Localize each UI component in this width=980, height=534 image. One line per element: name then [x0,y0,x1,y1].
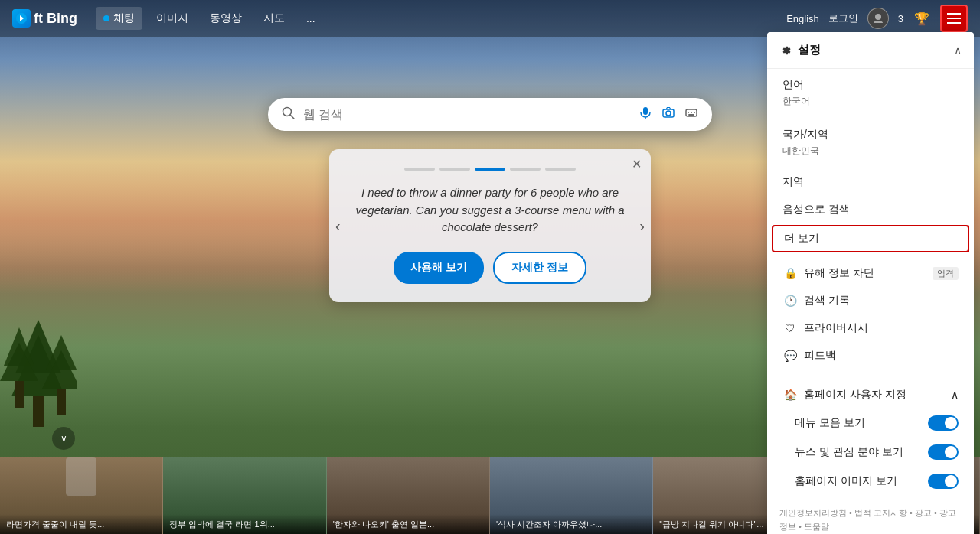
settings-location-label: 지역 [782,175,804,189]
nav-item-videos[interactable]: 동영상 [202,7,250,30]
svg-point-10 [875,14,881,20]
settings-voice-label: 음성으로 검색 [782,203,850,217]
homepage-img-toggle[interactable] [928,474,959,489]
settings-safesearch-item[interactable]: 🔒 유해 정보 차단 엄격 [767,259,974,287]
language-button[interactable]: English [786,13,819,24]
settings-region-value[interactable]: 대한민국 [767,143,974,164]
settings-region-label: 국가/지역 [767,123,974,143]
news-title-2: 정부 압박에 결국 라면 1위... [169,519,319,529]
search-icon [282,106,296,123]
settings-language-label: 언어 [767,73,974,93]
homepage-title: 홈페이지 사용자 지정 [804,388,906,402]
login-button[interactable]: 로그인 [828,11,858,25]
dot-2 [439,168,470,171]
news-overlay-1: 라면가격 줄줄이 내릴 듯... [0,514,162,534]
footer-text: 개인정보처리방침 • 법적 고지사항 • 광고 • 광고 정보 • 도움말 [779,506,962,533]
menu-button[interactable] [940,5,968,32]
news-item-1[interactable]: 라면가격 줄줄이 내릴 듯... [0,457,163,534]
settings-language-value[interactable]: 한국어 [767,93,974,114]
logo[interactable]: ft Bing [12,9,77,28]
progress-dots [354,168,626,171]
popup-close-button[interactable]: ✕ [632,157,642,171]
settings-news-item: 뉴스 및 관심 분야 보기 [767,438,974,467]
detail-button[interactable]: 자세한 정보 [493,252,586,284]
nav-items: 채팅 이미지 동영상 지도 ... [96,7,786,30]
settings-feedback-item[interactable]: 💬 피드백 [767,342,974,370]
news-item-2[interactable]: 정부 압박에 결국 라면 1위... [163,457,326,534]
nav-item-more[interactable]: ... [299,8,323,29]
svg-rect-13 [643,107,648,115]
settings-chevron[interactable]: ∧ [954,44,962,57]
settings-region-section: 국가/지역 대한민국 [767,119,974,168]
settings-more-label: 더 보기 [784,232,819,246]
news-title-3: '한자와 나오키' 출연 일본... [333,519,483,529]
popup-card: ✕ ‹ › I need to throw a dinner party for… [329,149,651,302]
settings-title: 설정 [779,43,821,57]
nav-label-more: ... [306,12,315,24]
settings-title-text: 설정 [798,43,821,57]
svg-point-16 [666,111,671,116]
search-tools [639,106,698,123]
menu-line-2 [947,18,961,19]
shield-icon: 🛡 [782,322,798,334]
nav-item-maps[interactable]: 지도 [256,7,292,30]
news-overlay-3: '한자와 나오키' 출연 일본... [327,514,489,534]
settings-more-item[interactable]: 더 보기 [772,225,969,252]
settings-history-item[interactable]: 🕐 검색 기록 [767,287,974,314]
settings-location-item[interactable]: 지역 [767,168,974,196]
svg-point-11 [283,107,292,116]
settings-panel: 설정 ∧ 언어 한국어 국가/지역 대한민국 지역 음성으로 검색 더 보기 🔒… [767,32,974,534]
scroll-hint-button[interactable]: ∨ [52,427,75,450]
settings-menubar-item: 메뉴 모음 보기 [767,409,974,438]
header-right: English 로그인 3 🏆 [786,5,968,32]
search-container [268,98,712,131]
news-overlay-4: '식사 시간조자 아까우셨나... [490,514,652,534]
settings-feedback-left: 💬 피드백 [782,349,836,363]
news-title-4: '식사 시간조자 아까우셨나... [496,519,646,529]
settings-header: 설정 ∧ [767,32,974,69]
header: ft Bing 채팅 이미지 동영상 지도 ... English 로그인 3 … [0,0,980,37]
search-input[interactable] [303,108,639,122]
camera-button[interactable] [662,106,675,123]
settings-voice-item[interactable]: 음성으로 검색 [767,196,974,223]
nav-label-videos: 동영상 [210,11,242,25]
dot-1 [404,168,435,171]
news-toggle[interactable] [928,444,959,460]
settings-privacy-item[interactable]: 🛡 프라이버시시 [767,314,974,342]
popup-text: I need to throw a dinner party for 6 peo… [354,184,626,236]
nav-item-images[interactable]: 이미지 [149,7,196,30]
menubar-toggle[interactable] [928,415,959,431]
homepage-header[interactable]: 🏠 홈페이지 사용자 지정 ∧ [767,381,974,409]
next-arrow-button[interactable]: › [639,217,645,234]
homepage-img-label: 홈페이지 이미지 보기 [795,474,897,488]
bing-logo-icon [12,9,31,28]
clock-icon: 🕐 [782,295,798,307]
settings-language-section: 언어 한국어 [767,69,974,119]
news-item-4[interactable]: '식사 시간조자 아까우셨나... [490,457,653,534]
avatar[interactable] [867,8,889,29]
keyboard-button[interactable] [684,106,698,123]
chat-dot [103,15,109,21]
settings-homepage-img-item: 홈페이지 이미지 보기 [767,467,974,496]
news-item-3[interactable]: '한자와 나오키' 출연 일본... [327,457,490,534]
news-title-1: 라면가격 줄줄이 내릴 듯... [6,519,156,529]
gear-icon [779,44,792,57]
strict-badge: 엄격 [933,267,959,280]
dot-5 [545,168,576,171]
points-badge: 3 [898,13,903,24]
try-button[interactable]: 사용해 보기 [394,252,484,284]
prev-arrow-button[interactable]: ‹ [335,217,341,234]
feedback-icon: 💬 [782,350,798,362]
homepage-chevron: ∧ [951,389,959,401]
news-overlay-2: 정부 압박에 결국 라면 1위... [163,514,325,534]
settings-history-left: 🕐 검색 기록 [782,294,850,308]
nav-item-chat[interactable]: 채팅 [96,7,142,30]
menu-line-3 [947,22,961,24]
divider-1 [767,256,974,256]
dot-4 [510,168,541,171]
microphone-button[interactable] [639,106,652,123]
homepage-section: 🏠 홈페이지 사용자 지정 ∧ 메뉴 모음 보기 뉴스 및 관심 분야 보기 홈… [767,376,974,500]
nav-label-chat: 채팅 [113,11,135,25]
divider-2 [767,373,974,373]
nav-label-maps: 지도 [263,11,285,25]
